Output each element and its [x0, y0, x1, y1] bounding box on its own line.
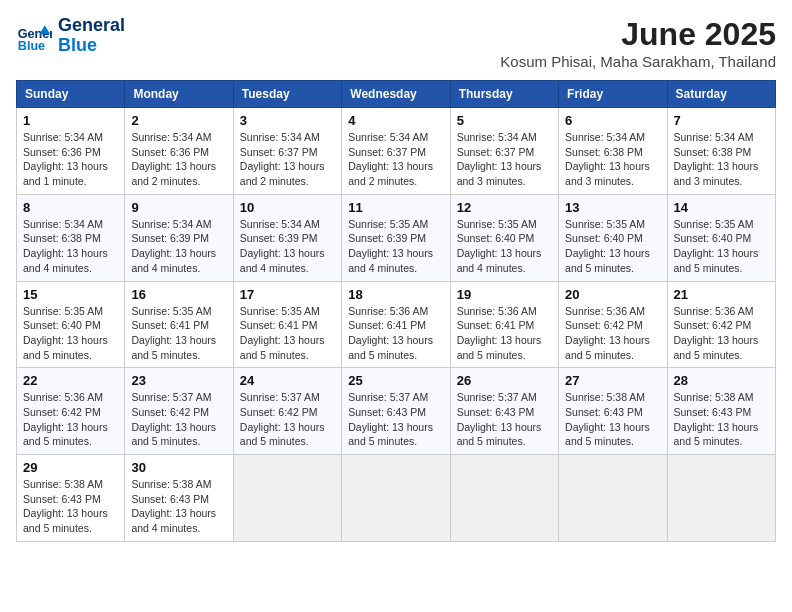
table-row: 4 Sunrise: 5:34 AM Sunset: 6:37 PM Dayli… [342, 108, 450, 195]
cell-info: Sunrise: 5:35 AM Sunset: 6:40 PM Dayligh… [457, 217, 552, 276]
cell-info: Sunrise: 5:34 AM Sunset: 6:37 PM Dayligh… [348, 130, 443, 189]
cell-info: Sunrise: 5:34 AM Sunset: 6:39 PM Dayligh… [131, 217, 226, 276]
cell-info: Sunrise: 5:34 AM Sunset: 6:38 PM Dayligh… [565, 130, 660, 189]
table-row: 20 Sunrise: 5:36 AM Sunset: 6:42 PM Dayl… [559, 281, 667, 368]
day-number: 20 [565, 287, 660, 302]
table-row: 22 Sunrise: 5:36 AM Sunset: 6:42 PM Dayl… [17, 368, 125, 455]
logo-text: General Blue [58, 16, 125, 56]
day-number: 15 [23, 287, 118, 302]
day-number: 4 [348, 113, 443, 128]
cell-info: Sunrise: 5:34 AM Sunset: 6:38 PM Dayligh… [23, 217, 118, 276]
table-row [559, 455, 667, 542]
cell-info: Sunrise: 5:37 AM Sunset: 6:42 PM Dayligh… [240, 390, 335, 449]
table-row: 1 Sunrise: 5:34 AM Sunset: 6:36 PM Dayli… [17, 108, 125, 195]
table-row: 26 Sunrise: 5:37 AM Sunset: 6:43 PM Dayl… [450, 368, 558, 455]
cell-info: Sunrise: 5:36 AM Sunset: 6:42 PM Dayligh… [674, 304, 769, 363]
cell-info: Sunrise: 5:34 AM Sunset: 6:36 PM Dayligh… [131, 130, 226, 189]
cell-info: Sunrise: 5:34 AM Sunset: 6:36 PM Dayligh… [23, 130, 118, 189]
day-number: 10 [240, 200, 335, 215]
day-number: 5 [457, 113, 552, 128]
day-number: 3 [240, 113, 335, 128]
col-monday: Monday [125, 81, 233, 108]
cell-info: Sunrise: 5:35 AM Sunset: 6:40 PM Dayligh… [674, 217, 769, 276]
table-row: 18 Sunrise: 5:36 AM Sunset: 6:41 PM Dayl… [342, 281, 450, 368]
location-subtitle: Kosum Phisai, Maha Sarakham, Thailand [500, 53, 776, 70]
table-row: 19 Sunrise: 5:36 AM Sunset: 6:41 PM Dayl… [450, 281, 558, 368]
day-number: 1 [23, 113, 118, 128]
col-friday: Friday [559, 81, 667, 108]
table-row: 17 Sunrise: 5:35 AM Sunset: 6:41 PM Dayl… [233, 281, 341, 368]
cell-info: Sunrise: 5:38 AM Sunset: 6:43 PM Dayligh… [565, 390, 660, 449]
day-number: 2 [131, 113, 226, 128]
cell-info: Sunrise: 5:35 AM Sunset: 6:41 PM Dayligh… [240, 304, 335, 363]
cell-info: Sunrise: 5:36 AM Sunset: 6:42 PM Dayligh… [565, 304, 660, 363]
table-row: 25 Sunrise: 5:37 AM Sunset: 6:43 PM Dayl… [342, 368, 450, 455]
cell-info: Sunrise: 5:34 AM Sunset: 6:37 PM Dayligh… [457, 130, 552, 189]
day-number: 19 [457, 287, 552, 302]
col-wednesday: Wednesday [342, 81, 450, 108]
cell-info: Sunrise: 5:37 AM Sunset: 6:43 PM Dayligh… [348, 390, 443, 449]
table-row: 9 Sunrise: 5:34 AM Sunset: 6:39 PM Dayli… [125, 194, 233, 281]
cell-info: Sunrise: 5:35 AM Sunset: 6:41 PM Dayligh… [131, 304, 226, 363]
cell-info: Sunrise: 5:38 AM Sunset: 6:43 PM Dayligh… [23, 477, 118, 536]
day-number: 13 [565, 200, 660, 215]
table-row: 29 Sunrise: 5:38 AM Sunset: 6:43 PM Dayl… [17, 455, 125, 542]
table-row: 6 Sunrise: 5:34 AM Sunset: 6:38 PM Dayli… [559, 108, 667, 195]
cell-info: Sunrise: 5:37 AM Sunset: 6:43 PM Dayligh… [457, 390, 552, 449]
day-number: 27 [565, 373, 660, 388]
table-row: 3 Sunrise: 5:34 AM Sunset: 6:37 PM Dayli… [233, 108, 341, 195]
col-sunday: Sunday [17, 81, 125, 108]
table-row [667, 455, 775, 542]
day-number: 26 [457, 373, 552, 388]
day-number: 18 [348, 287, 443, 302]
cell-info: Sunrise: 5:34 AM Sunset: 6:39 PM Dayligh… [240, 217, 335, 276]
table-row: 16 Sunrise: 5:35 AM Sunset: 6:41 PM Dayl… [125, 281, 233, 368]
calendar-header-row: Sunday Monday Tuesday Wednesday Thursday… [17, 81, 776, 108]
table-row: 10 Sunrise: 5:34 AM Sunset: 6:39 PM Dayl… [233, 194, 341, 281]
table-row: 8 Sunrise: 5:34 AM Sunset: 6:38 PM Dayli… [17, 194, 125, 281]
table-row [450, 455, 558, 542]
logo-icon: General Blue [16, 18, 52, 54]
col-saturday: Saturday [667, 81, 775, 108]
day-number: 23 [131, 373, 226, 388]
table-row: 5 Sunrise: 5:34 AM Sunset: 6:37 PM Dayli… [450, 108, 558, 195]
table-row: 2 Sunrise: 5:34 AM Sunset: 6:36 PM Dayli… [125, 108, 233, 195]
day-number: 11 [348, 200, 443, 215]
table-row: 27 Sunrise: 5:38 AM Sunset: 6:43 PM Dayl… [559, 368, 667, 455]
table-row [342, 455, 450, 542]
day-number: 14 [674, 200, 769, 215]
table-row: 12 Sunrise: 5:35 AM Sunset: 6:40 PM Dayl… [450, 194, 558, 281]
day-number: 28 [674, 373, 769, 388]
table-row: 23 Sunrise: 5:37 AM Sunset: 6:42 PM Dayl… [125, 368, 233, 455]
day-number: 6 [565, 113, 660, 128]
table-row: 24 Sunrise: 5:37 AM Sunset: 6:42 PM Dayl… [233, 368, 341, 455]
day-number: 22 [23, 373, 118, 388]
logo: General Blue General Blue [16, 16, 125, 56]
table-row: 7 Sunrise: 5:34 AM Sunset: 6:38 PM Dayli… [667, 108, 775, 195]
cell-info: Sunrise: 5:34 AM Sunset: 6:37 PM Dayligh… [240, 130, 335, 189]
cell-info: Sunrise: 5:35 AM Sunset: 6:40 PM Dayligh… [23, 304, 118, 363]
cell-info: Sunrise: 5:35 AM Sunset: 6:40 PM Dayligh… [565, 217, 660, 276]
month-title: June 2025 [500, 16, 776, 53]
table-row: 11 Sunrise: 5:35 AM Sunset: 6:39 PM Dayl… [342, 194, 450, 281]
day-number: 17 [240, 287, 335, 302]
day-number: 24 [240, 373, 335, 388]
day-number: 7 [674, 113, 769, 128]
day-number: 12 [457, 200, 552, 215]
cell-info: Sunrise: 5:36 AM Sunset: 6:41 PM Dayligh… [457, 304, 552, 363]
col-thursday: Thursday [450, 81, 558, 108]
table-row: 21 Sunrise: 5:36 AM Sunset: 6:42 PM Dayl… [667, 281, 775, 368]
day-number: 25 [348, 373, 443, 388]
calendar-table: Sunday Monday Tuesday Wednesday Thursday… [16, 80, 776, 542]
day-number: 8 [23, 200, 118, 215]
cell-info: Sunrise: 5:34 AM Sunset: 6:38 PM Dayligh… [674, 130, 769, 189]
cell-info: Sunrise: 5:38 AM Sunset: 6:43 PM Dayligh… [674, 390, 769, 449]
cell-info: Sunrise: 5:37 AM Sunset: 6:42 PM Dayligh… [131, 390, 226, 449]
day-number: 30 [131, 460, 226, 475]
day-number: 29 [23, 460, 118, 475]
table-row: 15 Sunrise: 5:35 AM Sunset: 6:40 PM Dayl… [17, 281, 125, 368]
table-row: 13 Sunrise: 5:35 AM Sunset: 6:40 PM Dayl… [559, 194, 667, 281]
cell-info: Sunrise: 5:36 AM Sunset: 6:41 PM Dayligh… [348, 304, 443, 363]
table-row: 28 Sunrise: 5:38 AM Sunset: 6:43 PM Dayl… [667, 368, 775, 455]
svg-text:Blue: Blue [18, 39, 45, 53]
